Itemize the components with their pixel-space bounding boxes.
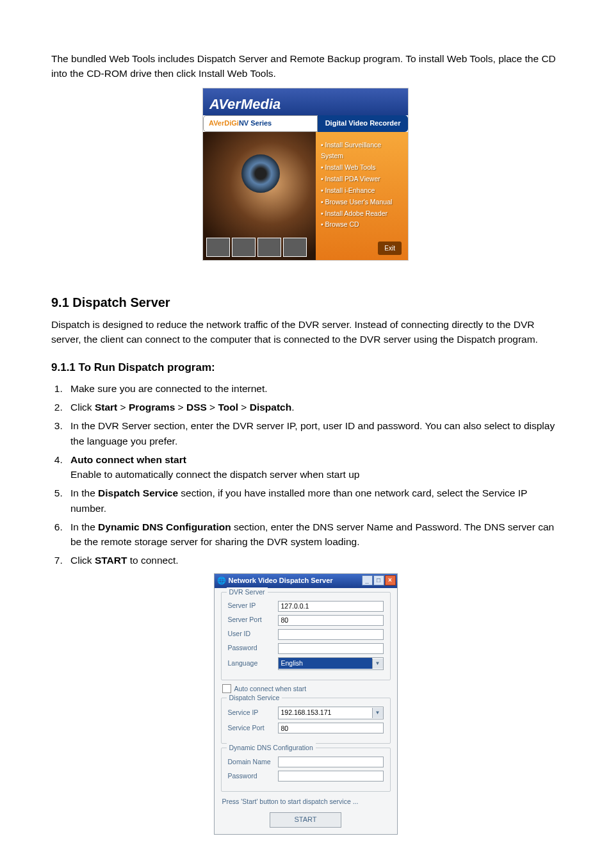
dns-password-input[interactable] (278, 771, 384, 782)
step-1: Make sure you are connected to the inter… (65, 381, 560, 396)
service-ip-select[interactable]: 192.168.153.171 ▼ (278, 707, 384, 719)
section-9-1-para: Dispatch is designed to reduce the netwo… (51, 317, 560, 347)
service-ip-label: Service IP (228, 708, 278, 718)
step-2: Click Start > Programs > DSS > Tool > Di… (65, 400, 560, 414)
start-button[interactable]: START (270, 812, 341, 828)
step-7: Click START to connect. (65, 553, 560, 568)
chevron-down-icon: ▼ (372, 708, 383, 718)
steps-list: Make sure you are connected to the inter… (51, 381, 560, 568)
minimize-icon[interactable]: _ (362, 575, 373, 585)
menu-item[interactable]: • Install Web Tools (321, 162, 403, 174)
section-9-2-title: 9.2 Remote Backup (51, 864, 560, 868)
avermedia-logo: AVerMedia (209, 94, 281, 115)
server-port-label: Server Port (228, 615, 278, 625)
eye-iris (241, 154, 280, 193)
server-ip-input[interactable] (278, 601, 384, 612)
step-3: In the DVR Server section, enter the DVR… (65, 418, 560, 448)
intro-paragraph: The bundled Web Tools includes Dispatch … (51, 51, 560, 81)
page-content: The bundled Web Tools includes Dispatch … (0, 0, 611, 868)
server-ip-label: Server IP (228, 601, 278, 611)
installer-window: AVerMedia AVerDiGi NV Series Digital Vid… (202, 88, 409, 261)
subbar-right: Digital Video Recorder (318, 115, 408, 132)
step-5-pre: In the (70, 487, 98, 498)
menu-item[interactable]: • Install i-Enhance (321, 185, 403, 197)
menu-item[interactable]: • Install Surveillance System (321, 140, 403, 163)
step-4-desc: Enable to automatically connect the disp… (70, 469, 359, 480)
installer-header: AVerMedia (203, 88, 408, 115)
dialog-body: DVR Server Server IP Server Port User ID (215, 588, 397, 835)
step-2-end: . (291, 402, 294, 413)
auto-connect-label: Auto connect when start (234, 684, 307, 694)
globe-icon: 🌐 (217, 575, 226, 586)
step-2-dispatch: Dispatch (250, 402, 291, 413)
thumbnail (232, 238, 256, 257)
step-6-bold: Dynamic DNS Configuration (98, 521, 231, 532)
installer-body: • Install Surveillance System • Install … (203, 132, 408, 260)
step-5-bold: Dispatch Service (98, 487, 178, 498)
section-9-1-title: 9.1 Dispatch Server (51, 293, 560, 312)
dns-password-label: Password (228, 771, 278, 782)
subsection-9-1-1-title: 9.1.1 To Run Dispatch program: (51, 359, 560, 376)
window-controls: _ □ × (362, 575, 396, 585)
auto-connect-checkbox[interactable] (222, 684, 231, 693)
step-7-pre: Click (70, 555, 95, 566)
service-port-input[interactable] (278, 723, 384, 733)
step-5: In the Dispatch Service section, if you … (65, 486, 560, 516)
intro-text-1: The bundled Web Tools includes Dispatch … (51, 53, 556, 79)
step-2-pre: Click (70, 402, 95, 413)
user-id-input[interactable] (278, 629, 384, 640)
thumbnail (206, 238, 230, 257)
exit-button[interactable]: Exit (378, 242, 402, 255)
dialog-screenshot: 🌐 Network Video Dispatch Server _ □ × DV… (51, 573, 560, 835)
dvr-server-group: DVR Server Server IP Server Port User ID (221, 592, 391, 680)
maximize-icon[interactable]: □ (373, 575, 384, 585)
menu-item[interactable]: • Browse User's Manual (321, 197, 403, 208)
dispatch-dialog: 🌐 Network Video Dispatch Server _ □ × DV… (214, 573, 398, 835)
language-select[interactable]: English ▼ (278, 657, 384, 670)
menu-item[interactable]: • Install PDA Viewer (321, 174, 403, 185)
chevron-down-icon: ▼ (372, 659, 383, 669)
thumbnail-strip (206, 238, 307, 257)
intro-link-text: Install Web Tools (199, 68, 273, 79)
dvr-server-legend: DVR Server (227, 587, 268, 598)
domain-name-input[interactable] (278, 757, 384, 767)
status-text: Press 'Start' button to start dispatch s… (222, 797, 391, 807)
step-2-start: Start (95, 402, 117, 413)
subbar-brand: AVerDiGi (209, 118, 239, 129)
step-7-bold: START (95, 555, 127, 566)
service-port-label: Service Port (228, 723, 278, 733)
thumbnail (257, 238, 281, 257)
step-7-post: to connect. (127, 555, 178, 566)
password-label: Password (228, 643, 278, 653)
dns-config-group: Dynamic DNS Configuration Domain Name Pa… (221, 748, 391, 792)
auto-connect-row[interactable]: Auto connect when start (222, 684, 391, 694)
step-4-label: Auto connect when start (70, 454, 186, 465)
dispatch-service-group: Dispatch Service Service IP 192.168.153.… (221, 698, 391, 744)
close-icon[interactable]: × (385, 575, 396, 585)
step-2-tool: Tool (218, 402, 238, 413)
dispatch-service-legend: Dispatch Service (227, 693, 282, 703)
step-3-text: In the DVR Server section, enter the DVR… (70, 420, 555, 446)
intro-text-end: . (273, 68, 276, 79)
subbar-left: AVerDiGi NV Series (203, 115, 318, 132)
installer-subbar: AVerDiGi NV Series Digital Video Recorde… (203, 115, 408, 132)
step-2-programs: Programs (129, 402, 175, 413)
service-ip-value: 192.168.153.171 (279, 707, 372, 719)
subbar-series: NV Series (239, 118, 272, 129)
menu-item[interactable]: • Install Adobe Reader (321, 208, 403, 220)
step-4: Auto connect when start Enable to automa… (65, 452, 560, 482)
step-6-pre: In the (70, 521, 98, 532)
language-value: English (279, 658, 372, 669)
server-port-input[interactable] (278, 615, 384, 626)
domain-name-label: Domain Name (228, 757, 278, 767)
menu-item[interactable]: • Browse CD (321, 219, 403, 231)
step-2-dss: DSS (186, 402, 207, 413)
language-label: Language (228, 659, 278, 669)
dns-config-legend: Dynamic DNS Configuration (227, 743, 316, 753)
password-input[interactable] (278, 643, 384, 654)
dialog-title: Network Video Dispatch Server (229, 575, 333, 586)
installer-screenshot: AVerMedia AVerDiGi NV Series Digital Vid… (51, 88, 560, 264)
thumbnail (283, 238, 307, 257)
eye-graphic (203, 132, 316, 260)
step-1-text: Make sure you are connected to the inter… (70, 383, 268, 394)
